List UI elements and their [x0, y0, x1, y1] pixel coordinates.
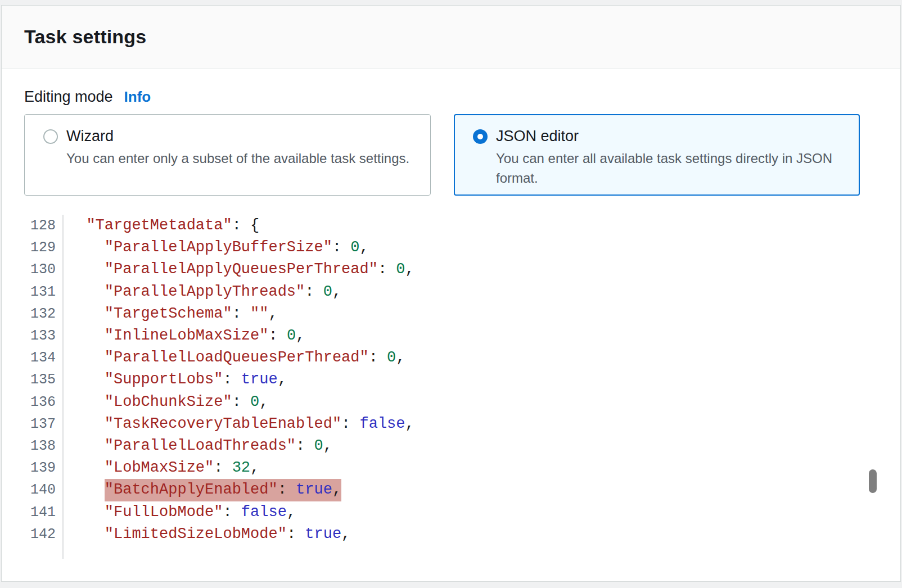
- radio-selected-icon[interactable]: [473, 129, 488, 144]
- highlighted-code: "BatchApplyEnabled": true,: [105, 479, 341, 501]
- code-text: "BatchApplyEnabled": true,: [64, 479, 341, 501]
- line-number: 131: [2, 281, 64, 303]
- tile-wizard-text: Wizard You can enter only a subset of th…: [66, 127, 409, 195]
- tile-wizard-label: Wizard: [66, 127, 409, 146]
- code-line[interactable]: 133 "InlineLobMaxSize": 0,: [2, 325, 878, 347]
- code-text: "TaskRecoveryTableEnabled": false,: [64, 413, 414, 435]
- tile-wizard-description: You can enter only a subset of the avail…: [66, 148, 409, 168]
- line-number: 130: [2, 259, 64, 281]
- page-title: Task settings: [24, 26, 146, 48]
- line-number: 138: [2, 435, 64, 457]
- code-line[interactable]: 134 "ParallelLoadQueuesPerThread": 0,: [2, 347, 878, 369]
- code-text: "LobChunkSize": 0,: [64, 391, 268, 413]
- code-text: "ParallelApplyBufferSize": 0,: [64, 237, 369, 259]
- code-line[interactable]: 132 "TargetSchema": "",: [2, 303, 878, 325]
- code-line[interactable]: 130 "ParallelApplyQueuesPerThread": 0,: [2, 259, 878, 281]
- panel-content: Editing mode Info Wizard You can enter o…: [2, 69, 900, 559]
- radio-unselected-icon[interactable]: [43, 129, 58, 144]
- code-text: "ParallelLoadThreads": 0,: [64, 435, 332, 457]
- panel-header: Task settings: [2, 6, 900, 69]
- code-text: "LobMaxSize": 32,: [64, 457, 259, 479]
- gutter-tail: [2, 545, 64, 559]
- code-text: "FullLobMode": false,: [64, 501, 296, 523]
- vertical-scrollbar-thumb[interactable]: [869, 469, 877, 493]
- code-text: "TargetMetadata": {: [64, 215, 259, 237]
- code-text: "ParallelLoadQueuesPerThread": 0,: [64, 347, 405, 369]
- code-line[interactable]: 139 "LobMaxSize": 32,: [2, 457, 878, 479]
- line-number: 142: [2, 523, 64, 545]
- tile-json-editor[interactable]: JSON editor You can enter all available …: [454, 114, 860, 196]
- code-line[interactable]: 136 "LobChunkSize": 0,: [2, 391, 878, 413]
- code-line[interactable]: 142 "LimitedSizeLobMode": true,: [2, 523, 878, 545]
- code-line[interactable]: 128 "TargetMetadata": {: [2, 215, 878, 237]
- code-line[interactable]: 135 "SupportLobs": true,: [2, 369, 878, 391]
- line-number: 129: [2, 237, 64, 259]
- code-text: "TargetSchema": "",: [64, 303, 278, 325]
- code-line[interactable]: 131 "ParallelApplyThreads": 0,: [2, 281, 878, 303]
- line-number: 137: [2, 413, 64, 435]
- code-line[interactable]: 137 "TaskRecoveryTableEnabled": false,: [2, 413, 878, 435]
- line-number: 133: [2, 325, 64, 347]
- line-number: 128: [2, 215, 64, 237]
- code-text: "ParallelApplyQueuesPerThread": 0,: [64, 259, 414, 281]
- tile-json-editor-label: JSON editor: [496, 127, 845, 146]
- editing-mode-row: Editing mode Info: [24, 87, 878, 106]
- task-settings-panel: Task settings Editing mode Info Wizard Y…: [1, 5, 901, 582]
- info-link[interactable]: Info: [124, 88, 151, 106]
- line-number: 141: [2, 501, 64, 523]
- json-code-editor[interactable]: 128 "TargetMetadata": {129 "ParallelAppl…: [2, 215, 878, 559]
- line-number: 136: [2, 391, 64, 413]
- code-line[interactable]: 141 "FullLobMode": false,: [2, 501, 878, 523]
- editing-mode-radio-group: Wizard You can enter only a subset of th…: [24, 114, 878, 196]
- editing-mode-label: Editing mode: [24, 87, 113, 106]
- code-text: "ParallelApplyThreads": 0,: [64, 281, 341, 303]
- line-number: 135: [2, 369, 64, 391]
- code-text: "SupportLobs": true,: [64, 369, 287, 391]
- line-number: 140: [2, 479, 64, 501]
- tile-json-editor-description: You can enter all available task setting…: [496, 148, 845, 188]
- tile-wizard[interactable]: Wizard You can enter only a subset of th…: [24, 114, 431, 196]
- code-text: "LimitedSizeLobMode": true,: [64, 523, 350, 545]
- code-line[interactable]: 140 "BatchApplyEnabled": true,: [2, 479, 878, 501]
- code-line[interactable]: 129 "ParallelApplyBufferSize": 0,: [2, 237, 878, 259]
- code-line[interactable]: 138 "ParallelLoadThreads": 0,: [2, 435, 878, 457]
- line-number: 132: [2, 303, 64, 325]
- code-text: "InlineLobMaxSize": 0,: [64, 325, 305, 347]
- line-number: 139: [2, 457, 64, 479]
- line-number: 134: [2, 347, 64, 369]
- tile-json-editor-text: JSON editor You can enter all available …: [496, 127, 845, 195]
